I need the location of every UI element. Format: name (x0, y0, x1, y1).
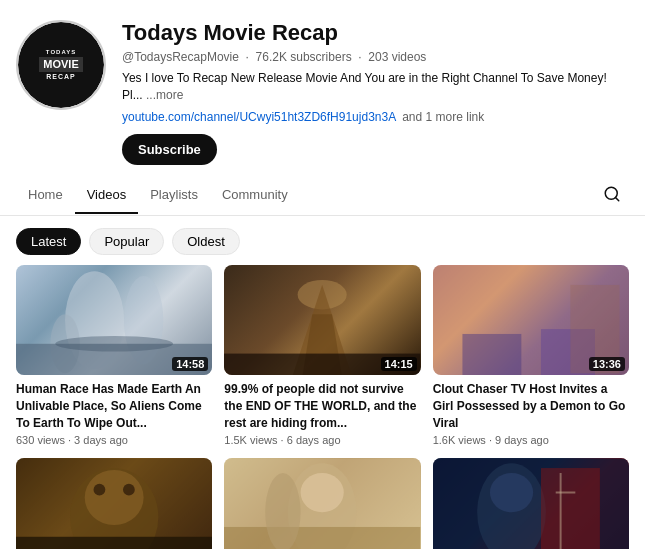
video-card-6[interactable]: 24:00 Terrorist Time Travels To 33AD Kil… (433, 458, 629, 549)
duration-badge-2: 14:15 (381, 357, 417, 371)
svg-point-26 (301, 473, 344, 512)
channel-name: Todays Movie Recap (122, 20, 629, 46)
channel-link[interactable]: youtube.com/channel/UCwyi51ht3ZD6fH91ujd… (122, 110, 629, 124)
video-thumbnail-6: 24:00 (433, 458, 629, 549)
subscribe-button[interactable]: Subscribe (122, 134, 217, 165)
duration-badge-3: 13:36 (589, 357, 625, 371)
video-grid: 14:58 Human Race Has Made Earth An Unliv… (0, 265, 645, 549)
video-thumbnail-4: 16:04 (16, 458, 212, 549)
svg-rect-23 (16, 537, 212, 549)
svg-point-28 (266, 473, 301, 549)
channel-avatar: TODAYS MOVIE RECAP (16, 20, 106, 110)
filter-oldest[interactable]: Oldest (172, 228, 240, 255)
channel-header: TODAYS MOVIE RECAP Todays Movie Recap @T… (0, 0, 645, 177)
description-more[interactable]: ...more (146, 88, 183, 102)
filter-popular[interactable]: Popular (89, 228, 164, 255)
svg-point-21 (94, 484, 106, 496)
channel-nav: Home Videos Playlists Community (0, 177, 645, 216)
video-thumbnail-3: 13:36 (433, 265, 629, 375)
video-thumbnail-1: 14:58 (16, 265, 212, 375)
video-stats-2: 1.5K views · 6 days ago (224, 434, 420, 446)
nav-community[interactable]: Community (210, 177, 300, 214)
video-card-2[interactable]: 14:15 99.9% of people did not survive th… (224, 265, 420, 447)
filter-tabs: Latest Popular Oldest (0, 216, 645, 265)
video-thumbnail-2: 14:15 (224, 265, 420, 375)
video-title-2: 99.9% of people did not survive the END … (224, 381, 420, 431)
filter-latest[interactable]: Latest (16, 228, 81, 255)
channel-description: Yes I love To Recap New Release Movie An… (122, 70, 629, 104)
svg-point-20 (85, 470, 144, 525)
nav-playlists[interactable]: Playlists (138, 177, 210, 214)
video-title-3: Clout Chaser TV Host Invites a Girl Poss… (433, 381, 629, 431)
video-stats-1: 630 views · 3 days ago (16, 434, 212, 446)
avatar-inner: TODAYS MOVIE RECAP (18, 22, 104, 108)
svg-rect-15 (462, 334, 521, 375)
video-title-1: Human Race Has Made Earth An Unlivable P… (16, 381, 212, 431)
video-card-3[interactable]: 13:36 Clout Chaser TV Host Invites a Gir… (433, 265, 629, 447)
svg-rect-32 (541, 468, 600, 549)
channel-info: Todays Movie Recap @TodaysRecapMovie · 7… (122, 20, 629, 165)
svg-point-22 (123, 484, 135, 496)
nav-home[interactable]: Home (16, 177, 75, 214)
search-icon[interactable] (595, 177, 629, 215)
video-card-5[interactable]: 12:55 She Inherits A Haunted Pub And Dis… (224, 458, 420, 549)
channel-meta: @TodaysRecapMovie · 76.2K subscribers · … (122, 50, 629, 64)
svg-line-1 (615, 197, 618, 200)
video-card-1[interactable]: 14:58 Human Race Has Made Earth An Unliv… (16, 265, 212, 447)
duration-badge-1: 14:58 (172, 357, 208, 371)
video-thumbnail-5: 12:55 (224, 458, 420, 549)
svg-point-6 (55, 336, 173, 352)
nav-videos[interactable]: Videos (75, 177, 139, 214)
svg-rect-27 (224, 527, 420, 549)
video-card-4[interactable]: 16:04 A Man Wearing A MONKEY MASK Takes … (16, 458, 212, 549)
video-stats-3: 1.6K views · 9 days ago (433, 434, 629, 446)
svg-point-31 (490, 473, 533, 512)
